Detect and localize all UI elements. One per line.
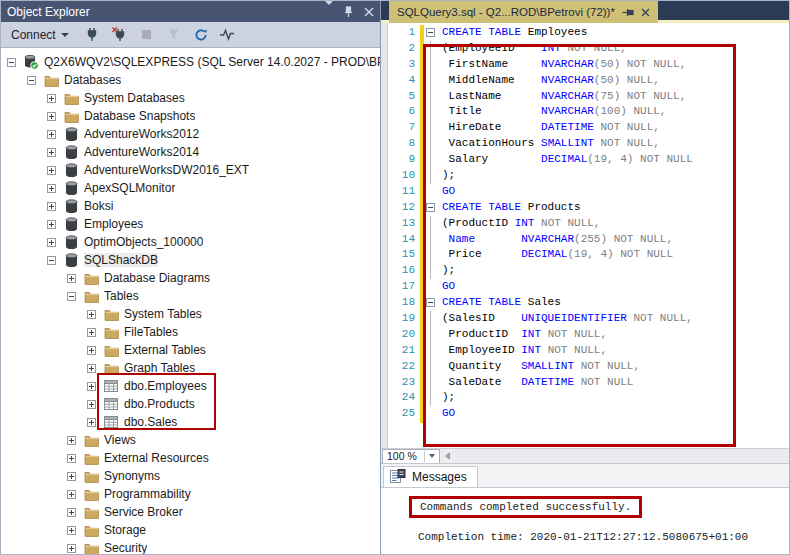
- code-line-7[interactable]: 7 HireDate DATETIME NOT NULL,: [389, 120, 790, 136]
- fold-collapse-icon[interactable]: [424, 200, 442, 216]
- code-line-22[interactable]: 22 Quantity SMALLINT NOT NULL,: [389, 359, 790, 375]
- line-number[interactable]: 4: [389, 73, 419, 89]
- code-line-25[interactable]: 25GO: [389, 406, 790, 422]
- tab-messages[interactable]: Messages: [383, 466, 478, 487]
- close-icon[interactable]: [364, 7, 374, 17]
- tree-item-sqlshackdb[interactable]: SQLShackDB: [1, 251, 380, 269]
- code-line-18[interactable]: 18CREATE TABLE Sales: [389, 295, 790, 311]
- tree-item-dbo-sales[interactable]: dbo.Sales: [1, 413, 380, 431]
- minus-expander-icon[interactable]: [67, 292, 76, 301]
- code-line-13[interactable]: 13(ProductID INT NOT NULL,: [389, 216, 790, 232]
- plus-expander-icon[interactable]: [67, 490, 76, 499]
- line-number[interactable]: 24: [389, 390, 419, 406]
- code-line-10[interactable]: 10);: [389, 168, 790, 184]
- plus-expander-icon[interactable]: [67, 436, 76, 445]
- line-number[interactable]: 11: [389, 184, 419, 200]
- object-explorer-titlebar[interactable]: Object Explorer: [1, 1, 380, 22]
- plus-expander-icon[interactable]: [47, 166, 56, 175]
- code-line-11[interactable]: 11GO: [389, 184, 790, 200]
- plus-expander-icon[interactable]: [47, 94, 56, 103]
- minus-expander-icon[interactable]: [7, 58, 16, 67]
- plus-expander-icon[interactable]: [87, 400, 96, 409]
- line-number[interactable]: 25: [389, 406, 419, 422]
- pin-icon[interactable]: [622, 7, 634, 18]
- tree-item-adventureworks2014[interactable]: AdventureWorks2014: [1, 143, 380, 161]
- filter-icon[interactable]: [166, 27, 182, 43]
- plus-expander-icon[interactable]: [47, 112, 56, 121]
- plus-expander-icon[interactable]: [67, 274, 76, 283]
- line-number[interactable]: 5: [389, 89, 419, 105]
- line-number[interactable]: 9: [389, 152, 419, 168]
- code-line-14[interactable]: 14 Name NVARCHAR(255) NOT NULL,: [389, 232, 790, 248]
- line-number[interactable]: 20: [389, 327, 419, 343]
- connect-button[interactable]: Connect: [7, 26, 73, 44]
- hscroll-left-arrow[interactable]: [440, 449, 455, 464]
- close-icon[interactable]: [641, 8, 650, 17]
- line-number[interactable]: 2: [389, 41, 419, 57]
- line-number[interactable]: 12: [389, 200, 419, 216]
- plus-expander-icon[interactable]: [47, 130, 56, 139]
- code-line-15[interactable]: 15 Price DECIMAL(19, 4) NOT NULL: [389, 247, 790, 263]
- plus-expander-icon[interactable]: [87, 418, 96, 427]
- zoom-level-dropdown[interactable]: 100 %: [382, 449, 440, 464]
- line-number[interactable]: 16: [389, 263, 419, 279]
- disconnect-plug-icon[interactable]: [112, 27, 128, 43]
- tree-item-security[interactable]: Security: [1, 539, 380, 555]
- tree-item-tables[interactable]: Tables: [1, 287, 380, 305]
- line-number[interactable]: 10: [389, 168, 419, 184]
- code-line-16[interactable]: 16);: [389, 263, 790, 279]
- tree-item-graph-tables[interactable]: Graph Tables: [1, 359, 380, 377]
- fold-collapse-icon[interactable]: [424, 295, 442, 311]
- line-number[interactable]: 3: [389, 57, 419, 73]
- plus-expander-icon[interactable]: [47, 220, 56, 229]
- plus-expander-icon[interactable]: [67, 508, 76, 517]
- line-number[interactable]: 17: [389, 279, 419, 295]
- tree-item-database-diagrams[interactable]: Database Diagrams: [1, 269, 380, 287]
- minus-expander-icon[interactable]: [47, 256, 56, 265]
- code-line-3[interactable]: 3 FirstName NVARCHAR(50) NOT NULL,: [389, 57, 790, 73]
- tree-item-q2x6wqv2-sqlexpress-sql-server-14-0-2027[interactable]: Q2X6WQV2\SQLEXPRESS (SQL Server 14.0.202…: [1, 53, 380, 71]
- code-line-8[interactable]: 8 VacationHours SMALLINT NOT NULL,: [389, 136, 790, 152]
- code-line-1[interactable]: 1CREATE TABLE Employees: [389, 25, 790, 41]
- line-number[interactable]: 23: [389, 375, 419, 391]
- tree-item-dbo-employees[interactable]: dbo.Employees: [1, 377, 380, 395]
- code-line-2[interactable]: 2(EmployeeID INT NOT NULL,: [389, 41, 790, 57]
- line-number[interactable]: 18: [389, 295, 419, 311]
- plus-expander-icon[interactable]: [67, 472, 76, 481]
- tree-item-dbo-products[interactable]: dbo.Products: [1, 395, 380, 413]
- pin-icon[interactable]: [343, 6, 354, 18]
- code-line-5[interactable]: 5 LastName NVARCHAR(75) NOT NULL,: [389, 89, 790, 105]
- tree-item-synonyms[interactable]: Synonyms: [1, 467, 380, 485]
- code-line-24[interactable]: 24);: [389, 390, 790, 406]
- code-line-17[interactable]: 17GO: [389, 279, 790, 295]
- plus-expander-icon[interactable]: [47, 238, 56, 247]
- tree-item-views[interactable]: Views: [1, 431, 380, 449]
- code-line-6[interactable]: 6 Title NVARCHAR(100) NULL,: [389, 104, 790, 120]
- line-number[interactable]: 13: [389, 216, 419, 232]
- line-number[interactable]: 14: [389, 232, 419, 248]
- activity-monitor-icon[interactable]: [220, 27, 236, 43]
- plus-expander-icon[interactable]: [87, 328, 96, 337]
- line-number[interactable]: 21: [389, 343, 419, 359]
- code-line-9[interactable]: 9 Salary DECIMAL(19, 4) NOT NULL: [389, 152, 790, 168]
- line-number[interactable]: 1: [389, 25, 419, 41]
- document-tab-sqlquery3[interactable]: SQLQuery3.sql - Q2...ROD\BPetrovi (72))*: [389, 1, 658, 23]
- plus-expander-icon[interactable]: [67, 544, 76, 553]
- tree-item-boksi[interactable]: Boksi: [1, 197, 380, 215]
- line-number[interactable]: 22: [389, 359, 419, 375]
- code-lines[interactable]: 1CREATE TABLE Employees2(EmployeeID INT …: [389, 25, 790, 422]
- tree-item-system-databases[interactable]: System Databases: [1, 89, 380, 107]
- plus-expander-icon[interactable]: [47, 148, 56, 157]
- tree-item-database-snapshots[interactable]: Database Snapshots: [1, 107, 380, 125]
- tree-item-system-tables[interactable]: System Tables: [1, 305, 380, 323]
- sql-code-editor[interactable]: 1CREATE TABLE Employees2(EmployeeID INT …: [381, 23, 790, 448]
- tree-item-optimobjects-100000[interactable]: OptimObjects_100000: [1, 233, 380, 251]
- plus-expander-icon[interactable]: [47, 202, 56, 211]
- line-number[interactable]: 6: [389, 104, 419, 120]
- code-line-23[interactable]: 23 SaleDate DATETIME NOT NULL: [389, 375, 790, 391]
- tree-item-employees[interactable]: Employees: [1, 215, 380, 233]
- code-line-21[interactable]: 21 EmployeeID INT NOT NULL,: [389, 343, 790, 359]
- tree-item-filetables[interactable]: FileTables: [1, 323, 380, 341]
- object-explorer-tree[interactable]: Q2X6WQV2\SQLEXPRESS (SQL Server 14.0.202…: [1, 48, 380, 555]
- line-number[interactable]: 19: [389, 311, 419, 327]
